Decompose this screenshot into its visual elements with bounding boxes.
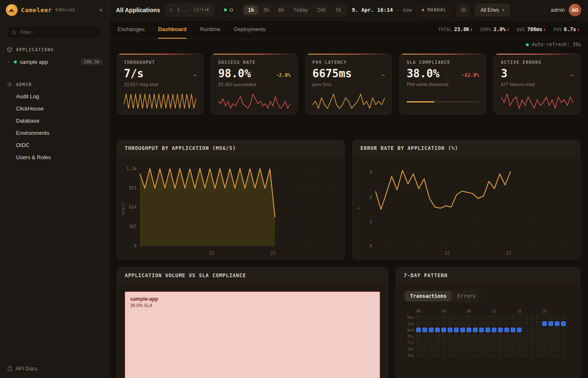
time-range-3h[interactable]: 3h (259, 5, 273, 15)
heatmap-cell[interactable] (454, 321, 459, 326)
heatmap-cell[interactable] (523, 340, 528, 345)
sidebar-collapse-button[interactable]: « (99, 6, 103, 14)
heatmap-cell[interactable] (561, 353, 566, 357)
heatmap-cell[interactable] (555, 315, 559, 320)
heatmap-cell[interactable] (473, 346, 478, 351)
heatmap-cell[interactable] (504, 346, 509, 351)
heatmap-cell[interactable] (498, 334, 503, 339)
env-select[interactable]: All Envs ▾ (475, 4, 509, 16)
heatmap-cell[interactable] (511, 334, 515, 339)
pattern-tab-errors[interactable]: Errors (452, 291, 480, 301)
heatmap-cell[interactable] (429, 315, 433, 320)
heatmap-cell[interactable] (492, 353, 496, 357)
heatmap-cell[interactable] (479, 340, 484, 345)
heatmap-cell[interactable] (492, 340, 496, 345)
heatmap-cell[interactable] (479, 334, 484, 339)
heatmap-cell[interactable] (423, 346, 427, 351)
heatmap-cell[interactable] (460, 328, 465, 332)
heatmap-cell[interactable] (460, 321, 465, 326)
heatmap-cell[interactable] (435, 328, 440, 332)
heatmap-cell[interactable] (416, 353, 421, 357)
heatmap-cell[interactable] (498, 340, 503, 345)
heatmap-cell[interactable] (517, 334, 522, 339)
heatmap-cell[interactable] (486, 346, 490, 351)
heatmap-cell[interactable] (416, 340, 421, 345)
heatmap-cell[interactable] (448, 328, 452, 332)
heatmap-cell[interactable] (460, 340, 465, 345)
heatmap-cell[interactable] (504, 315, 509, 320)
heatmap-cell[interactable] (517, 315, 522, 320)
heatmap-cell[interactable] (467, 353, 471, 357)
heatmap-cell[interactable] (473, 315, 478, 320)
heatmap-cell[interactable] (549, 340, 553, 345)
pattern-tab-transactions[interactable]: Transactions (405, 291, 452, 301)
heatmap-cell[interactable] (504, 340, 509, 345)
sidebar-item-database[interactable]: Database (0, 115, 109, 127)
heatmap-cell[interactable] (454, 353, 459, 357)
heatmap-cell[interactable] (473, 328, 478, 332)
theme-toggle-button[interactable] (457, 3, 470, 17)
heatmap-cell[interactable] (511, 353, 515, 357)
heatmap-cell[interactable] (504, 321, 509, 326)
heatmap-cell[interactable] (416, 334, 421, 339)
heatmap-cell[interactable] (423, 334, 427, 339)
heatmap-cell[interactable] (486, 340, 490, 345)
throughput-plot-area[interactable]: 1223 (140, 162, 339, 255)
tab-runtime[interactable]: Runtime (200, 20, 220, 39)
sidebar-item-oidc[interactable]: OIDC (0, 139, 109, 151)
api-docs-link[interactable]: API Docs (0, 359, 109, 378)
heatmap-cell[interactable] (454, 328, 459, 332)
heatmap-cell[interactable] (467, 340, 471, 345)
heatmap-cell[interactable] (549, 353, 553, 357)
heatmap-cell[interactable] (492, 315, 496, 320)
heatmap-cell[interactable] (492, 346, 496, 351)
heatmap-cell[interactable] (473, 340, 478, 345)
heatmap-cell[interactable] (479, 321, 484, 326)
heatmap-cell[interactable] (536, 353, 541, 357)
heatmap-cell[interactable] (542, 321, 547, 326)
heatmap-cell[interactable] (536, 328, 541, 332)
heatmap-cell[interactable] (523, 315, 528, 320)
heatmap-cell[interactable] (448, 321, 452, 326)
heatmap-cell[interactable] (498, 328, 503, 332)
heatmap-cell[interactable] (467, 328, 471, 332)
heatmap-cell[interactable] (486, 328, 490, 332)
heatmap-cell[interactable] (429, 340, 433, 345)
heatmap-cell[interactable] (435, 346, 440, 351)
heatmap-cell[interactable] (448, 346, 452, 351)
heatmap-cell[interactable] (429, 328, 433, 332)
heatmap-cell[interactable] (542, 315, 547, 320)
heatmap-cell[interactable] (448, 353, 452, 357)
heatmap-cell[interactable] (473, 334, 478, 339)
sidebar-item-sample-app[interactable]: › sample app 208.3k (0, 55, 109, 68)
heatmap-cell[interactable] (467, 334, 471, 339)
tab-dashboard[interactable]: Dashboard (158, 20, 186, 39)
heatmap-cell[interactable] (448, 334, 452, 339)
heatmap-cell[interactable] (561, 328, 566, 332)
heatmap-cell[interactable] (416, 321, 421, 326)
sidebar-filter-input[interactable]: Filter... (7, 26, 102, 39)
heatmap-cell[interactable] (479, 353, 484, 357)
heatmap-cell[interactable] (530, 353, 534, 357)
treemap-node-sample-app[interactable]: sample-app 38.0% SLA (125, 291, 380, 378)
time-range-6h[interactable]: 6h (274, 5, 289, 15)
heatmap-cell[interactable] (542, 353, 547, 357)
heatmap-cell[interactable] (555, 334, 559, 339)
tab-deployments[interactable]: Deployments (234, 20, 266, 39)
heatmap-cell[interactable] (479, 346, 484, 351)
time-range-7d[interactable]: 7d (331, 5, 345, 15)
heatmap-cell[interactable] (561, 321, 566, 326)
heatmap-cell[interactable] (549, 346, 553, 351)
heatmap-cell[interactable] (536, 315, 541, 320)
heatmap-cell[interactable] (542, 346, 547, 351)
heatmap-cell[interactable] (441, 315, 446, 320)
heatmap-cell[interactable] (441, 328, 446, 332)
current-datetime[interactable]: 9. Apr. 16:14 (352, 7, 393, 13)
online-status-pill[interactable]: O (220, 4, 237, 16)
heatmap-cell[interactable] (435, 340, 440, 345)
heatmap-cell[interactable] (549, 321, 553, 326)
heatmap-cell[interactable] (517, 346, 522, 351)
heatmap-cell[interactable] (504, 353, 509, 357)
heatmap-cell[interactable] (429, 321, 433, 326)
heatmap-cell[interactable] (454, 315, 459, 320)
